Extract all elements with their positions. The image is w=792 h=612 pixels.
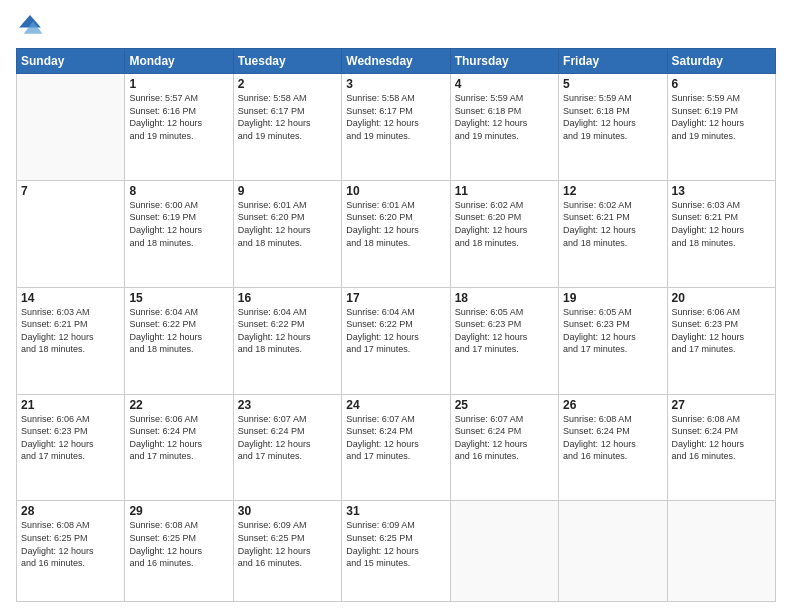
day-info: Sunrise: 6:07 AM Sunset: 6:24 PM Dayligh… bbox=[455, 413, 554, 463]
day-number: 26 bbox=[563, 398, 662, 412]
day-info: Sunrise: 6:04 AM Sunset: 6:22 PM Dayligh… bbox=[238, 306, 337, 356]
day-header-thursday: Thursday bbox=[450, 49, 558, 74]
calendar-cell: 11Sunrise: 6:02 AM Sunset: 6:20 PM Dayli… bbox=[450, 180, 558, 287]
calendar-cell: 20Sunrise: 6:06 AM Sunset: 6:23 PM Dayli… bbox=[667, 287, 775, 394]
calendar-header-row: SundayMondayTuesdayWednesdayThursdayFrid… bbox=[17, 49, 776, 74]
calendar-cell: 10Sunrise: 6:01 AM Sunset: 6:20 PM Dayli… bbox=[342, 180, 450, 287]
day-info: Sunrise: 6:06 AM Sunset: 6:24 PM Dayligh… bbox=[129, 413, 228, 463]
calendar-cell: 29Sunrise: 6:08 AM Sunset: 6:25 PM Dayli… bbox=[125, 501, 233, 602]
calendar-cell: 2Sunrise: 5:58 AM Sunset: 6:17 PM Daylig… bbox=[233, 74, 341, 181]
week-row-3: 21Sunrise: 6:06 AM Sunset: 6:23 PM Dayli… bbox=[17, 394, 776, 501]
day-info: Sunrise: 5:58 AM Sunset: 6:17 PM Dayligh… bbox=[238, 92, 337, 142]
calendar-cell: 28Sunrise: 6:08 AM Sunset: 6:25 PM Dayli… bbox=[17, 501, 125, 602]
calendar-cell: 9Sunrise: 6:01 AM Sunset: 6:20 PM Daylig… bbox=[233, 180, 341, 287]
day-number: 29 bbox=[129, 504, 228, 518]
calendar-cell: 3Sunrise: 5:58 AM Sunset: 6:17 PM Daylig… bbox=[342, 74, 450, 181]
calendar-table: SundayMondayTuesdayWednesdayThursdayFrid… bbox=[16, 48, 776, 602]
day-info: Sunrise: 6:09 AM Sunset: 6:25 PM Dayligh… bbox=[238, 519, 337, 569]
day-info: Sunrise: 6:04 AM Sunset: 6:22 PM Dayligh… bbox=[129, 306, 228, 356]
day-info: Sunrise: 6:09 AM Sunset: 6:25 PM Dayligh… bbox=[346, 519, 445, 569]
day-number: 15 bbox=[129, 291, 228, 305]
day-number: 19 bbox=[563, 291, 662, 305]
calendar-cell: 12Sunrise: 6:02 AM Sunset: 6:21 PM Dayli… bbox=[559, 180, 667, 287]
day-info: Sunrise: 6:01 AM Sunset: 6:20 PM Dayligh… bbox=[346, 199, 445, 249]
calendar-cell: 4Sunrise: 5:59 AM Sunset: 6:18 PM Daylig… bbox=[450, 74, 558, 181]
day-number: 23 bbox=[238, 398, 337, 412]
calendar-cell: 22Sunrise: 6:06 AM Sunset: 6:24 PM Dayli… bbox=[125, 394, 233, 501]
calendar-cell: 27Sunrise: 6:08 AM Sunset: 6:24 PM Dayli… bbox=[667, 394, 775, 501]
day-info: Sunrise: 6:08 AM Sunset: 6:24 PM Dayligh… bbox=[672, 413, 771, 463]
day-number: 1 bbox=[129, 77, 228, 91]
day-number: 25 bbox=[455, 398, 554, 412]
calendar-cell: 7 bbox=[17, 180, 125, 287]
day-info: Sunrise: 6:08 AM Sunset: 6:25 PM Dayligh… bbox=[129, 519, 228, 569]
calendar-cell: 17Sunrise: 6:04 AM Sunset: 6:22 PM Dayli… bbox=[342, 287, 450, 394]
day-number: 17 bbox=[346, 291, 445, 305]
day-header-sunday: Sunday bbox=[17, 49, 125, 74]
calendar-cell: 16Sunrise: 6:04 AM Sunset: 6:22 PM Dayli… bbox=[233, 287, 341, 394]
day-number: 7 bbox=[21, 184, 120, 198]
day-info: Sunrise: 6:01 AM Sunset: 6:20 PM Dayligh… bbox=[238, 199, 337, 249]
calendar-cell: 26Sunrise: 6:08 AM Sunset: 6:24 PM Dayli… bbox=[559, 394, 667, 501]
calendar-cell: 31Sunrise: 6:09 AM Sunset: 6:25 PM Dayli… bbox=[342, 501, 450, 602]
day-number: 30 bbox=[238, 504, 337, 518]
day-info: Sunrise: 6:02 AM Sunset: 6:21 PM Dayligh… bbox=[563, 199, 662, 249]
day-number: 31 bbox=[346, 504, 445, 518]
calendar-cell bbox=[667, 501, 775, 602]
calendar-cell: 6Sunrise: 5:59 AM Sunset: 6:19 PM Daylig… bbox=[667, 74, 775, 181]
day-number: 9 bbox=[238, 184, 337, 198]
calendar-cell: 8Sunrise: 6:00 AM Sunset: 6:19 PM Daylig… bbox=[125, 180, 233, 287]
day-number: 20 bbox=[672, 291, 771, 305]
day-info: Sunrise: 6:08 AM Sunset: 6:24 PM Dayligh… bbox=[563, 413, 662, 463]
calendar-cell: 21Sunrise: 6:06 AM Sunset: 6:23 PM Dayli… bbox=[17, 394, 125, 501]
logo bbox=[16, 12, 48, 40]
day-header-monday: Monday bbox=[125, 49, 233, 74]
day-number: 14 bbox=[21, 291, 120, 305]
day-info: Sunrise: 6:05 AM Sunset: 6:23 PM Dayligh… bbox=[455, 306, 554, 356]
week-row-4: 28Sunrise: 6:08 AM Sunset: 6:25 PM Dayli… bbox=[17, 501, 776, 602]
calendar-cell: 15Sunrise: 6:04 AM Sunset: 6:22 PM Dayli… bbox=[125, 287, 233, 394]
day-number: 10 bbox=[346, 184, 445, 198]
calendar-cell bbox=[559, 501, 667, 602]
day-number: 24 bbox=[346, 398, 445, 412]
day-number: 27 bbox=[672, 398, 771, 412]
calendar-cell: 19Sunrise: 6:05 AM Sunset: 6:23 PM Dayli… bbox=[559, 287, 667, 394]
calendar-cell: 1Sunrise: 5:57 AM Sunset: 6:16 PM Daylig… bbox=[125, 74, 233, 181]
day-info: Sunrise: 6:02 AM Sunset: 6:20 PM Dayligh… bbox=[455, 199, 554, 249]
day-number: 6 bbox=[672, 77, 771, 91]
week-row-2: 14Sunrise: 6:03 AM Sunset: 6:21 PM Dayli… bbox=[17, 287, 776, 394]
day-number: 16 bbox=[238, 291, 337, 305]
calendar-cell: 14Sunrise: 6:03 AM Sunset: 6:21 PM Dayli… bbox=[17, 287, 125, 394]
week-row-1: 78Sunrise: 6:00 AM Sunset: 6:19 PM Dayli… bbox=[17, 180, 776, 287]
day-info: Sunrise: 5:59 AM Sunset: 6:18 PM Dayligh… bbox=[563, 92, 662, 142]
day-info: Sunrise: 6:08 AM Sunset: 6:25 PM Dayligh… bbox=[21, 519, 120, 569]
calendar-cell: 23Sunrise: 6:07 AM Sunset: 6:24 PM Dayli… bbox=[233, 394, 341, 501]
day-info: Sunrise: 5:57 AM Sunset: 6:16 PM Dayligh… bbox=[129, 92, 228, 142]
day-number: 28 bbox=[21, 504, 120, 518]
calendar-cell bbox=[17, 74, 125, 181]
week-row-0: 1Sunrise: 5:57 AM Sunset: 6:16 PM Daylig… bbox=[17, 74, 776, 181]
day-header-tuesday: Tuesday bbox=[233, 49, 341, 74]
day-number: 21 bbox=[21, 398, 120, 412]
day-header-friday: Friday bbox=[559, 49, 667, 74]
day-number: 2 bbox=[238, 77, 337, 91]
header bbox=[16, 12, 776, 40]
day-number: 12 bbox=[563, 184, 662, 198]
calendar-cell: 13Sunrise: 6:03 AM Sunset: 6:21 PM Dayli… bbox=[667, 180, 775, 287]
day-header-saturday: Saturday bbox=[667, 49, 775, 74]
day-number: 4 bbox=[455, 77, 554, 91]
day-number: 5 bbox=[563, 77, 662, 91]
day-info: Sunrise: 5:58 AM Sunset: 6:17 PM Dayligh… bbox=[346, 92, 445, 142]
day-number: 22 bbox=[129, 398, 228, 412]
logo-icon bbox=[16, 12, 44, 40]
calendar-cell: 24Sunrise: 6:07 AM Sunset: 6:24 PM Dayli… bbox=[342, 394, 450, 501]
day-header-wednesday: Wednesday bbox=[342, 49, 450, 74]
day-number: 8 bbox=[129, 184, 228, 198]
day-info: Sunrise: 6:05 AM Sunset: 6:23 PM Dayligh… bbox=[563, 306, 662, 356]
day-info: Sunrise: 6:00 AM Sunset: 6:19 PM Dayligh… bbox=[129, 199, 228, 249]
calendar-cell: 25Sunrise: 6:07 AM Sunset: 6:24 PM Dayli… bbox=[450, 394, 558, 501]
calendar-cell bbox=[450, 501, 558, 602]
day-info: Sunrise: 6:06 AM Sunset: 6:23 PM Dayligh… bbox=[21, 413, 120, 463]
page: SundayMondayTuesdayWednesdayThursdayFrid… bbox=[0, 0, 792, 612]
day-number: 13 bbox=[672, 184, 771, 198]
